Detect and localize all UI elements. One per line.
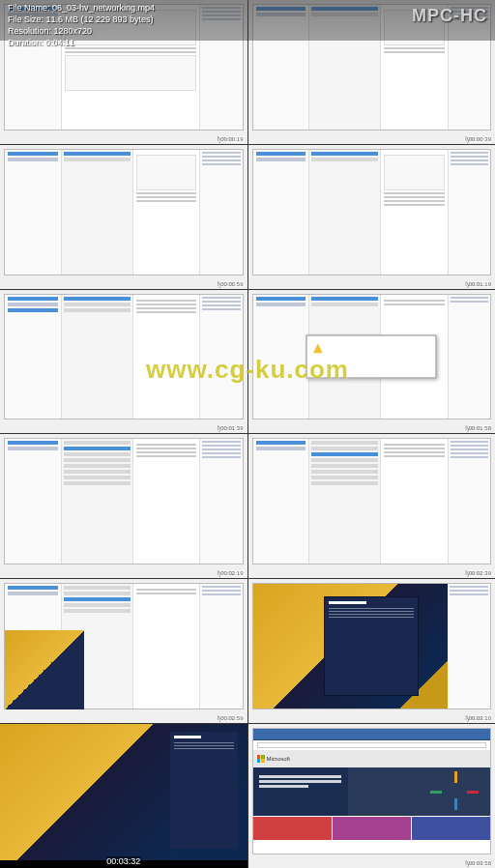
browser-toolbar [253, 729, 491, 740]
playback-timestamp: 00:03:32 [106, 856, 140, 866]
thumbnail-8[interactable]: lynda 00:02:39 [248, 434, 496, 578]
timestamp: 00:03:58 [469, 860, 491, 866]
timestamp: 00:01:58 [469, 425, 491, 431]
file-size-row: File Size: 11.6 MB (12 229 893 bytes) [8, 14, 155, 25]
timestamp: 00:02:19 [220, 570, 243, 576]
timestamp: 00:00:39 [469, 136, 491, 142]
app-name: MPC-HC [412, 2, 487, 39]
arrow-right-icon [467, 791, 479, 794]
networks-panel [170, 732, 238, 849]
warning-icon [313, 344, 323, 354]
file-name-row: File Name: 06_03-hv_networking.mp4 [8, 2, 155, 14]
content-tiles [253, 817, 491, 840]
arrow-left-icon [430, 791, 442, 794]
timestamp: 00:02:59 [220, 715, 243, 721]
thumbnail-4[interactable]: lynda 00:01:19 [248, 145, 496, 289]
thumbnail-3[interactable]: lynda 00:00:59 [0, 145, 248, 289]
arrow-up-icon [454, 771, 457, 783]
file-resolution-row: Resolution: 1280x720 [8, 25, 155, 37]
timestamp: 00:01:19 [469, 281, 491, 287]
thumbnail-10[interactable]: lynda 00:03:10 [248, 579, 496, 723]
company-name: Microsoft [267, 756, 290, 762]
thumbnail-12[interactable]: Microsoft lynda 00:03:58 [248, 724, 496, 868]
page-header: Microsoft [253, 750, 491, 767]
thumbnail-grid: lynda 00:00:19 lynda 00:00:39 [0, 0, 495, 868]
thumbnail-9[interactable]: lynda 00:02:59 [0, 579, 248, 723]
file-duration-row: Duration: 0:04:11 [8, 37, 155, 48]
timestamp: 00:00:19 [220, 136, 243, 142]
overlay-header: File Name: 06_03-hv_networking.mp4 File … [0, 0, 495, 41]
watermark-text: www.cg-ku.com [146, 355, 349, 385]
networks-panel [324, 596, 419, 696]
arrow-down-icon [454, 798, 457, 810]
thumbnail-7[interactable]: lynda 00:02:19 [0, 434, 248, 578]
timestamp: 00:02:39 [469, 570, 491, 576]
hero-banner [253, 767, 491, 816]
thumbnail-11[interactable]: 00:03:32 [0, 724, 248, 868]
arrows-graphic [430, 771, 479, 810]
timestamp: 00:00:59 [220, 281, 243, 287]
desktop-preview [5, 630, 84, 709]
timestamp: 00:03:10 [469, 715, 491, 721]
microsoft-logo-icon [257, 755, 265, 763]
timestamp: 00:01:39 [220, 425, 243, 431]
file-info-block: File Name: 06_03-hv_networking.mp4 File … [8, 2, 155, 39]
address-bar [257, 742, 487, 748]
